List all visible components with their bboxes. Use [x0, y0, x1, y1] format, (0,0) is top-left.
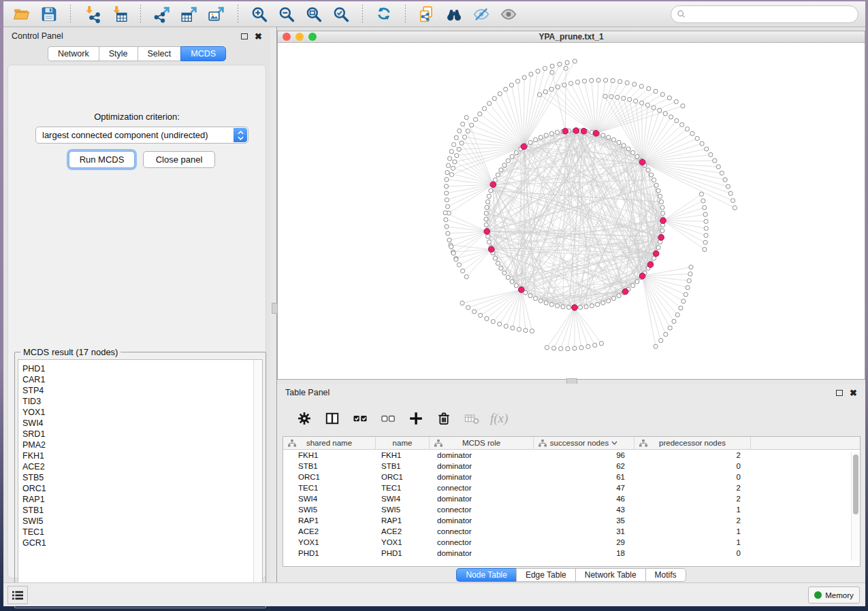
- table-cell[interactable]: connector: [430, 526, 534, 537]
- memory-button[interactable]: Memory: [808, 587, 860, 604]
- table-cell[interactable]: dominator: [430, 515, 534, 526]
- mcds-node-item[interactable]: STB1: [22, 505, 262, 516]
- tab-mcds[interactable]: MCDS: [180, 46, 226, 61]
- hide-selection-icon[interactable]: [470, 4, 493, 24]
- zoom-in-icon[interactable]: [248, 4, 271, 24]
- fit-content-icon[interactable]: [302, 4, 325, 24]
- mcds-node-item[interactable]: YOX1: [22, 407, 262, 418]
- table-cell[interactable]: 1: [634, 526, 751, 537]
- table-cell[interactable]: ORC1: [283, 472, 376, 482]
- network-window-titlebar[interactable]: YPA_prune.txt_1: [278, 31, 865, 43]
- table-row[interactable]: ACE2ACE2connector311: [283, 526, 860, 537]
- table-cell[interactable]: TEC1: [376, 482, 430, 493]
- network-canvas[interactable]: [278, 43, 865, 379]
- table-cell[interactable]: 96: [534, 450, 634, 461]
- clone-network-icon[interactable]: [415, 4, 438, 24]
- create-column-icon[interactable]: [404, 408, 428, 429]
- table-row[interactable]: ORC1ORC1dominator610: [283, 472, 860, 482]
- export-image-icon[interactable]: [205, 4, 228, 24]
- deselect-all-icon[interactable]: [376, 408, 400, 429]
- mcds-node-item[interactable]: TEC1: [22, 527, 262, 538]
- table-cell[interactable]: 2: [634, 482, 751, 493]
- tab-style[interactable]: Style: [99, 46, 138, 61]
- table-cell[interactable]: SWI4: [283, 493, 376, 504]
- tab-edge-table[interactable]: Edge Table: [516, 568, 575, 582]
- save-session-icon[interactable]: [37, 4, 61, 24]
- table-cell[interactable]: STB1: [376, 461, 430, 472]
- close-table-panel-icon[interactable]: ✖: [850, 389, 857, 397]
- close-panel-icon[interactable]: ✖: [255, 32, 262, 41]
- mcds-node-item[interactable]: STB5: [22, 472, 262, 483]
- table-row[interactable]: SWI4SWI4dominator462: [283, 493, 860, 504]
- table-cell[interactable]: YOX1: [283, 537, 376, 548]
- table-row[interactable]: TEC1TEC1connector472: [283, 482, 860, 493]
- table-cell[interactable]: 47: [534, 482, 634, 493]
- table-cell[interactable]: RAP1: [376, 515, 430, 526]
- refresh-layout-icon[interactable]: [372, 4, 396, 24]
- table-row[interactable]: YOX1YOX1connector291: [283, 537, 860, 548]
- tab-motifs[interactable]: Motifs: [645, 568, 686, 582]
- table-cell[interactable]: PHD1: [376, 548, 430, 559]
- mcds-node-item[interactable]: STP4: [22, 385, 262, 396]
- mcds-node-item[interactable]: SWI5: [22, 516, 262, 527]
- table-row[interactable]: RAP1RAP1dominator352: [283, 515, 860, 526]
- table-cell[interactable]: dominator: [430, 472, 534, 482]
- zoom-out-icon[interactable]: [275, 4, 298, 24]
- table-cell[interactable]: YOX1: [376, 537, 430, 548]
- search-input[interactable]: [671, 5, 858, 23]
- table-cell[interactable]: 2: [634, 515, 751, 526]
- table-cell[interactable]: dominator: [430, 493, 534, 504]
- tab-node-table[interactable]: Node Table: [456, 568, 516, 582]
- table-cell[interactable]: 61: [534, 472, 634, 482]
- table-cell[interactable]: ORC1: [376, 472, 430, 482]
- show-columns-icon[interactable]: [320, 408, 344, 429]
- table-cell[interactable]: 35: [534, 515, 634, 526]
- table-cell[interactable]: SWI5: [283, 504, 376, 515]
- mcds-node-item[interactable]: CAR1: [22, 374, 262, 385]
- table-cell[interactable]: 43: [534, 504, 634, 515]
- table-cell[interactable]: 1: [634, 504, 751, 515]
- delete-column-icon[interactable]: [432, 408, 456, 429]
- float-table-panel-icon[interactable]: [836, 390, 843, 396]
- table-cell[interactable]: FKH1: [283, 450, 376, 461]
- column-header-successor-nodes[interactable]: successor nodes: [534, 437, 634, 449]
- mcds-node-item[interactable]: ORC1: [22, 483, 262, 494]
- table-cell[interactable]: 0: [634, 461, 751, 472]
- table-cell[interactable]: FKH1: [376, 450, 430, 461]
- column-header-MCDS-role[interactable]: MCDS role: [430, 437, 534, 449]
- table-cell[interactable]: 0: [634, 548, 751, 559]
- column-header-shared-name[interactable]: shared name: [283, 437, 376, 449]
- gear-icon[interactable]: [292, 408, 317, 429]
- table-cell[interactable]: 2: [634, 450, 751, 461]
- network-graph[interactable]: [278, 43, 865, 379]
- column-header-predecessor-nodes[interactable]: predecessor nodes: [634, 437, 751, 449]
- mcds-node-item[interactable]: GCR1: [22, 538, 262, 548]
- tab-network[interactable]: Network: [48, 46, 99, 61]
- table-row[interactable]: SWI5SWI5connector431: [283, 504, 860, 515]
- table-cell[interactable]: dominator: [430, 450, 534, 461]
- mcds-list-scrollbar[interactable]: [253, 360, 262, 604]
- mcds-node-item[interactable]: SWI4: [22, 418, 262, 429]
- mcds-node-item[interactable]: ACE2: [22, 461, 262, 472]
- close-panel-button[interactable]: Close panel: [143, 151, 215, 168]
- mcds-node-item[interactable]: FKH1: [22, 450, 262, 461]
- table-scrollbar[interactable]: [851, 452, 859, 561]
- table-cell[interactable]: dominator: [430, 461, 534, 472]
- vertical-splitter[interactable]: [270, 27, 277, 582]
- import-table-icon[interactable]: [108, 4, 131, 24]
- export-network-icon[interactable]: [150, 4, 174, 24]
- zoom-selected-icon[interactable]: [329, 4, 353, 24]
- mcds-node-item[interactable]: SRD1: [22, 429, 262, 440]
- first-neighbors-icon[interactable]: [443, 4, 466, 24]
- table-cell[interactable]: STB1: [283, 461, 376, 472]
- select-all-icon[interactable]: [348, 408, 372, 429]
- tab-network-table[interactable]: Network Table: [575, 568, 645, 582]
- criterion-dropdown[interactable]: largest connected component (undirected): [35, 127, 248, 144]
- table-row[interactable]: STB1STB1dominator620: [283, 461, 860, 472]
- column-header-name[interactable]: name: [376, 437, 430, 449]
- import-network-icon[interactable]: [80, 4, 103, 24]
- table-cell[interactable]: 0: [634, 472, 751, 482]
- open-session-icon[interactable]: [10, 4, 33, 24]
- table-scrollbar-thumb[interactable]: [853, 455, 858, 514]
- table-cell[interactable]: PHD1: [283, 548, 376, 559]
